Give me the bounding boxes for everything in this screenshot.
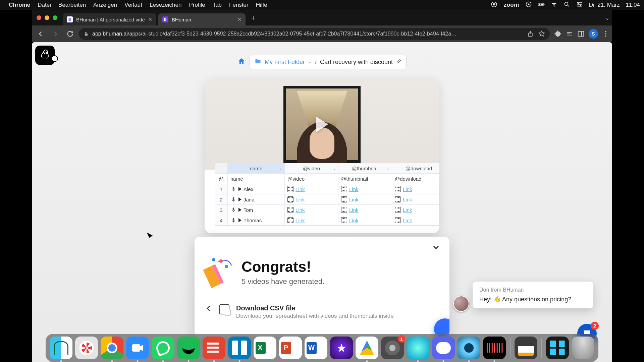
cell-thumbnail[interactable]: Link	[338, 184, 392, 194]
cell-thumbnail[interactable]: Link	[338, 194, 392, 204]
play-icon[interactable]	[238, 187, 241, 191]
dock-excel[interactable]	[254, 337, 276, 359]
link[interactable]: Link	[349, 197, 359, 202]
new-tab-button[interactable]: ＋	[250, 13, 257, 23]
chat-agent-avatar[interactable]	[453, 296, 469, 312]
home-icon[interactable]	[237, 57, 246, 67]
link[interactable]: Link	[403, 218, 412, 223]
menubar-app[interactable]: Chrome	[9, 2, 30, 8]
menu-fenster[interactable]: Fenster	[229, 2, 249, 8]
dock-googledrive[interactable]	[356, 337, 378, 359]
reading-list-icon[interactable]	[566, 30, 573, 38]
menu-lesezeichen[interactable]: Lesezeichen	[150, 2, 181, 8]
menu-datei[interactable]: Datei	[38, 2, 51, 8]
fullscreen-window-button[interactable]	[53, 15, 57, 20]
cell-download[interactable]: Link	[392, 215, 439, 225]
cell-download[interactable]: Link	[392, 184, 439, 194]
reload-button[interactable]	[64, 28, 76, 40]
tab-1[interactable]: B BHuman ✕	[158, 13, 246, 25]
control-center-icon[interactable]	[576, 1, 583, 9]
table-row[interactable]: 2 Jana Link Link Link	[215, 194, 439, 205]
dock-quicktime[interactable]	[458, 337, 480, 359]
edit-name-icon[interactable]	[396, 59, 401, 66]
chat-popup[interactable]: Don from BHuman Hey! 👋 Any questions on …	[473, 282, 593, 308]
cell-download[interactable]: Link	[392, 205, 439, 215]
menu-profile[interactable]: Profile	[189, 2, 205, 8]
cell-video[interactable]: Link	[285, 194, 338, 204]
menu-hilfe[interactable]: Hilfe	[256, 2, 267, 8]
address-bar[interactable]: app.bhuman.ai/apps/ai-studio/daf32cf3-5d…	[79, 28, 550, 40]
video-preview[interactable]	[205, 79, 439, 170]
cell-thumbnail[interactable]: Link	[338, 215, 392, 225]
menubar-date[interactable]: Di. 21. März	[589, 2, 620, 8]
minimize-window-button[interactable]	[45, 15, 49, 20]
table-row[interactable]: 3 Tom Link Link Link	[215, 205, 439, 215]
dock-spotify[interactable]	[177, 337, 200, 359]
sheet-corner[interactable]	[215, 163, 228, 173]
dock-trello[interactable]	[228, 337, 251, 359]
dock-safari[interactable]	[75, 337, 98, 359]
breadcrumb-folder[interactable]: My First Folder	[265, 59, 305, 66]
play-icon[interactable]	[238, 208, 241, 212]
spotlight-icon[interactable]	[564, 1, 570, 9]
tabs-dropdown-icon[interactable]: ⌄	[605, 15, 609, 21]
dock-zoom[interactable]	[126, 337, 149, 359]
close-tab-icon[interactable]: ✕	[148, 17, 152, 22]
app-logo[interactable]	[35, 46, 55, 65]
wifi-icon[interactable]	[551, 1, 557, 9]
dock-imovie[interactable]	[330, 337, 353, 359]
zoom-status[interactable]: zoom	[503, 2, 519, 8]
folder-dropdown-icon[interactable]: ⌄	[308, 60, 312, 64]
link[interactable]: Link	[349, 218, 359, 223]
battery-icon[interactable]	[538, 1, 545, 9]
cell-name[interactable]: Alex	[228, 184, 285, 194]
chevron-down-icon[interactable]: ⌄	[333, 166, 336, 171]
menu-anzeigen[interactable]: Anzeigen	[93, 2, 117, 8]
dock-audio-app[interactable]	[483, 337, 506, 359]
cell-name[interactable]: Tom	[228, 205, 285, 215]
bookmark-star-icon[interactable]	[538, 31, 545, 37]
play-icon[interactable]	[316, 116, 328, 132]
link[interactable]: Link	[403, 197, 412, 202]
cell-name[interactable]: Jana	[228, 194, 285, 204]
close-tab-icon[interactable]: ✕	[237, 17, 241, 22]
extensions-icon[interactable]	[554, 30, 562, 38]
panel-back-icon[interactable]	[205, 304, 213, 314]
dock-powerpoint[interactable]	[279, 337, 302, 359]
back-button[interactable]	[35, 28, 47, 40]
collapse-panel-icon[interactable]	[431, 243, 441, 253]
dock-todoist[interactable]	[203, 337, 225, 359]
dock-discord[interactable]	[432, 337, 455, 359]
link[interactable]: Link	[296, 197, 305, 202]
kebab-menu-icon[interactable]	[602, 30, 609, 38]
record-icon[interactable]	[491, 1, 497, 9]
profile-avatar[interactable]: S	[589, 29, 598, 39]
cell-video[interactable]: Link	[285, 205, 338, 215]
col-header-name[interactable]: name⌄	[228, 163, 285, 173]
menu-tab[interactable]: Tab	[213, 2, 222, 8]
link[interactable]: Link	[296, 207, 305, 213]
cell-download[interactable]: Link	[392, 194, 439, 204]
col-header-download[interactable]: @download⌄	[392, 163, 439, 173]
dock-app-teal[interactable]	[407, 337, 429, 359]
dock-word[interactable]	[305, 337, 327, 359]
sidepanel-icon[interactable]	[577, 30, 585, 38]
download-csv-title[interactable]: Download CSV file	[236, 304, 394, 312]
menu-verlauf[interactable]: Verlauf	[124, 2, 142, 8]
link[interactable]: Link	[349, 186, 359, 192]
dock-chrome[interactable]	[101, 337, 123, 359]
dock-finder[interactable]	[50, 337, 72, 359]
link[interactable]: Link	[296, 186, 305, 192]
table-row[interactable]: 1 Alex Link Link Link	[215, 184, 439, 194]
table-row[interactable]: 4 Thomas Link Link Link	[215, 215, 439, 226]
chevron-down-icon[interactable]: ⌄	[279, 166, 282, 171]
share-icon[interactable]	[527, 31, 534, 37]
cell-video[interactable]: Link	[285, 184, 338, 194]
cell-name[interactable]: Thomas	[228, 215, 285, 225]
cell-video[interactable]: Link	[285, 215, 338, 225]
play-icon[interactable]	[238, 218, 241, 222]
data-sheet[interactable]: name⌄ @video⌄ @thumbnail⌄ @download⌄ @ n…	[215, 163, 439, 226]
menu-bearbeiten[interactable]: Bearbeiten	[58, 2, 86, 8]
cell-thumbnail[interactable]: Link	[338, 205, 392, 215]
chevron-down-icon[interactable]: ⌄	[386, 166, 390, 171]
